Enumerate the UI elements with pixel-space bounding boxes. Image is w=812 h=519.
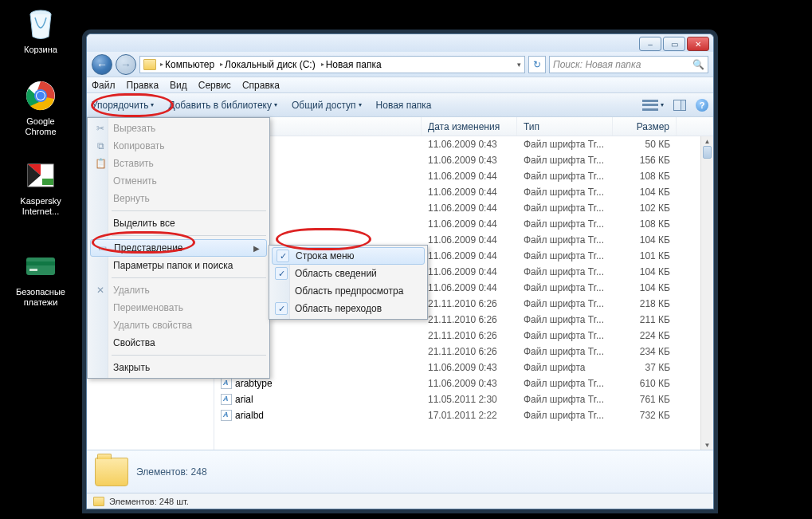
file-size: 234 КБ [613, 346, 677, 357]
file-type: Файл шрифта Tr... [517, 330, 613, 341]
menu-edit[interactable]: Правка [127, 80, 159, 91]
desktop-label: Корзина [11, 45, 70, 55]
menu-help[interactable]: Справка [242, 80, 280, 91]
table-row[interactable]: 11.06.2009 0:43 Файл шрифта Tr... 156 КБ [214, 152, 713, 168]
menu-item-label: Удалить свойства [113, 320, 192, 331]
col-size[interactable]: Размер [613, 117, 677, 136]
submenu-item-label: Строка меню [296, 250, 355, 261]
menu-item: Вернуть [89, 190, 268, 207]
menu-item[interactable]: Выделить все [89, 214, 268, 232]
scroll-down-icon[interactable]: ▼ [701, 440, 713, 450]
svg-rect-7 [26, 258, 55, 275]
close-button[interactable]: ✕ [687, 37, 709, 51]
file-size: 50 КБ [613, 139, 677, 150]
crumb[interactable]: Компьютер [165, 59, 214, 70]
desktop-label: Безопасные платежи [11, 287, 70, 308]
breadcrumb[interactable]: ▸Компьютер ▸Локальный диск (C:) ▸Новая п… [139, 56, 525, 73]
column-headers: Имя Дата изменения Тип Размер [214, 117, 713, 136]
file-size: 102 КБ [613, 202, 677, 214]
file-size: 224 КБ [613, 330, 677, 341]
table-row[interactable]: 11.06.2009 0:44 Файл шрифта Tr... 102 КБ [214, 200, 713, 216]
organize-dropdown: ✂Вырезать⧉Копировать📋ВставитьОтменитьВер… [87, 117, 270, 379]
menu-item-icon [94, 319, 107, 332]
table-row[interactable]: app866 11.06.2009 0:43 Файл шрифта 37 КБ [214, 360, 713, 375]
back-button[interactable]: ← [92, 54, 112, 75]
font-file-icon [221, 410, 232, 421]
menu-file[interactable]: Файл [92, 80, 116, 91]
table-row[interactable]: arialbd 17.01.2011 2:22 Файл шрифта Tr..… [214, 407, 713, 423]
svg-point-4 [37, 92, 45, 100]
table-row[interactable]: 21.11.2010 6:26 Файл шрифта Tr... 234 КБ [214, 344, 713, 360]
desktop-icon-recycle-bin[interactable]: Корзина [11, 5, 70, 55]
maximize-button[interactable]: ▭ [663, 37, 685, 51]
titlebar: – ▭ ✕ [87, 34, 713, 52]
preview-pane-button[interactable] [673, 100, 686, 111]
toolbar: Упорядочить▾ Добавить в библиотеку▾ Общи… [87, 93, 713, 117]
col-type[interactable]: Тип [517, 117, 613, 136]
desktop-icon-kaspersky[interactable]: Kaspersky Internet... [11, 156, 70, 217]
explorer-window: – ▭ ✕ ← → ▸Компьютер ▸Локальный диск (C:… [86, 33, 714, 509]
menu-item: Удалить свойства [89, 317, 268, 334]
file-size: 104 КБ [613, 266, 677, 277]
table-row[interactable]: 11.06.2009 0:44 Файл шрифта Tr... 104 КБ [214, 184, 713, 200]
submenu-item[interactable]: ✓Область переходов [271, 300, 426, 317]
vertical-scrollbar[interactable]: ▲ ▼ [700, 136, 713, 450]
submenu-item[interactable]: ✓Строка меню [272, 247, 425, 265]
scroll-up-icon[interactable]: ▲ [701, 136, 713, 146]
crumb[interactable]: Новая папка [326, 59, 382, 70]
table-row[interactable]: 11.06.2009 0:44 Файл шрифта Tr... 108 КБ [214, 168, 713, 184]
submenu-item-label: Область предпросмотра [295, 285, 403, 297]
help-icon[interactable]: ? [696, 99, 708, 112]
menu-item[interactable]: Свойства [89, 334, 268, 352]
table-row[interactable]: arial 11.05.2011 2:30 Файл шрифта Tr... … [214, 391, 713, 407]
svg-rect-9 [29, 269, 37, 271]
menu-bar: Файл Правка Вид Сервис Справка [87, 77, 713, 93]
table-row[interactable]: 11.06.2009 0:44 Файл шрифта Tr... 108 КБ [214, 216, 713, 232]
forward-button[interactable]: → [116, 54, 136, 75]
menu-item: ⧉Копировать [89, 137, 268, 155]
file-date: 11.06.2009 0:44 [422, 234, 517, 246]
folder-icon [143, 59, 156, 70]
refresh-button[interactable]: ↻ [528, 56, 546, 73]
share-button[interactable]: Общий доступ▾ [292, 100, 362, 111]
menu-item[interactable]: ▭Представление▶ [90, 239, 267, 257]
search-placeholder: Поиск: Новая папка [553, 59, 641, 70]
organize-button[interactable]: Упорядочить▾ [92, 100, 154, 111]
search-input[interactable]: Поиск: Новая папка 🔍 [549, 56, 708, 73]
menu-item-icon [94, 217, 107, 230]
menu-service[interactable]: Сервис [198, 80, 231, 91]
submenu-item[interactable]: ✓Область сведений [271, 265, 426, 282]
menu-item: Переименовать [89, 299, 268, 317]
menu-view[interactable]: Вид [170, 80, 187, 91]
svg-rect-6 [42, 179, 53, 185]
submenu-arrow-icon: ▶ [253, 244, 260, 253]
file-date: 11.06.2009 0:44 [422, 250, 517, 261]
minimize-button[interactable]: – [639, 37, 661, 51]
crumb[interactable]: Локальный диск (C:) [225, 59, 316, 70]
col-date[interactable]: Дата изменения [422, 117, 517, 136]
scroll-thumb[interactable] [703, 146, 712, 159]
file-date: 11.06.2009 0:44 [422, 218, 517, 230]
file-size: 108 КБ [613, 171, 677, 182]
file-size: 108 КБ [613, 218, 677, 230]
kaspersky-icon [22, 156, 60, 195]
newfolder-button[interactable]: Новая папка [376, 100, 432, 111]
addlib-button[interactable]: Добавить в библиотеку▾ [168, 100, 277, 111]
file-type: Файл шрифта [517, 362, 613, 373]
file-date: 11.06.2009 0:43 [422, 155, 517, 166]
menu-item-label: Параметры папок и поиска [113, 260, 233, 271]
table-row[interactable]: arabtype 11.06.2009 0:43 Файл шрифта Tr.… [214, 375, 713, 391]
menu-item-label: Выделить все [113, 218, 175, 229]
chrome-icon [22, 77, 60, 115]
menu-item-icon [94, 259, 107, 272]
desktop-icon-safe-payments[interactable]: Безопасные платежи [11, 247, 70, 308]
table-row[interactable]: 11.06.2009 0:43 Файл шрифта Tr... 50 КБ [214, 136, 713, 152]
desktop-icon-chrome[interactable]: Google Chrome [11, 77, 70, 137]
file-size: 104 КБ [613, 187, 677, 198]
submenu-item[interactable]: Область предпросмотра [271, 282, 426, 300]
table-row[interactable]: 21.11.2010 6:26 Файл шрифта Tr... 224 КБ [214, 328, 713, 344]
viewmode-button[interactable]: ▾ [642, 100, 664, 111]
svg-rect-8 [26, 261, 55, 265]
menu-item[interactable]: Параметры папок и поиска [89, 257, 268, 274]
menu-item[interactable]: Закрыть [89, 359, 268, 376]
